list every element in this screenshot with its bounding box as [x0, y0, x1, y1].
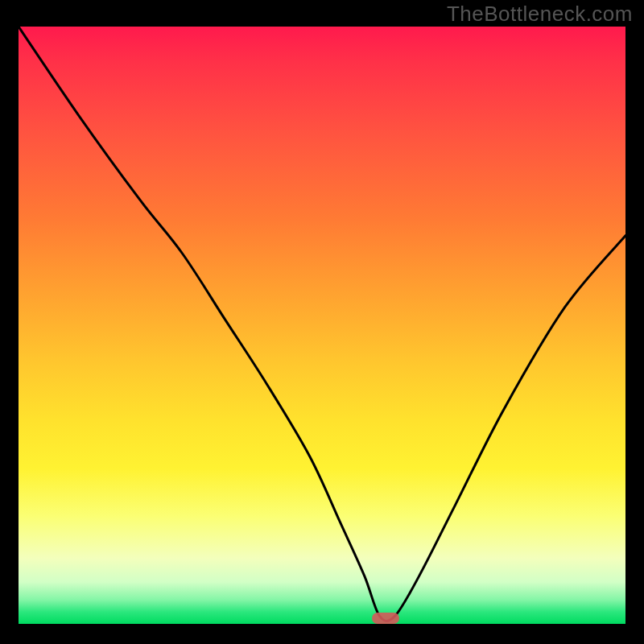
optimum-marker: [372, 613, 399, 624]
watermark-text: TheBottleneck.com: [447, 2, 633, 27]
bottleneck-curve: [19, 27, 625, 624]
plot-area: [19, 27, 625, 624]
chart-frame: TheBottleneck.com: [0, 0, 644, 644]
